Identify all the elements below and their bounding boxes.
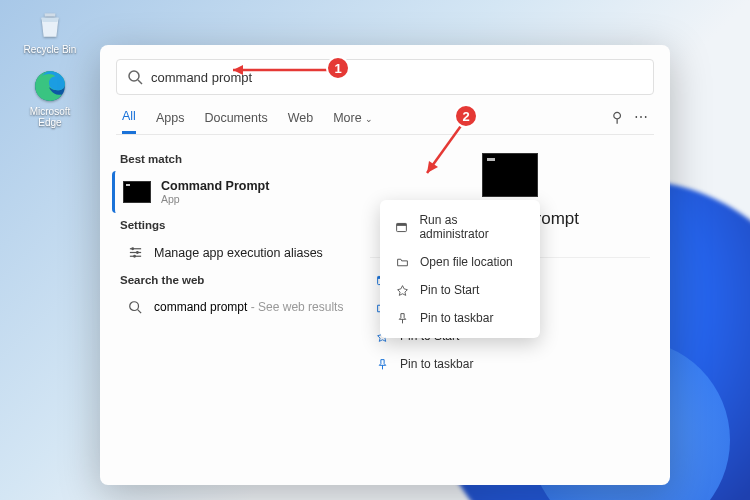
command-prompt-icon bbox=[123, 181, 151, 203]
settings-result-title: Manage app execution aliases bbox=[154, 246, 323, 260]
section-settings: Settings bbox=[120, 219, 350, 231]
context-menu: Run as administrator Open file location … bbox=[380, 200, 540, 338]
action-pin-to-taskbar[interactable]: Pin to taskbar bbox=[370, 350, 650, 378]
pin-icon bbox=[394, 284, 410, 297]
tab-documents[interactable]: Documents bbox=[204, 111, 267, 133]
pin-icon bbox=[394, 312, 410, 325]
ctx-open-file-location[interactable]: Open file location bbox=[384, 248, 536, 276]
search-icon bbox=[127, 69, 143, 85]
shield-icon bbox=[394, 221, 409, 234]
svg-rect-15 bbox=[397, 223, 407, 225]
annotation-badge-1: 1 bbox=[326, 56, 350, 80]
tab-web[interactable]: Web bbox=[288, 111, 313, 133]
command-prompt-icon-large bbox=[482, 153, 538, 197]
pin-icon bbox=[374, 358, 390, 371]
recycle-bin-label: Recycle Bin bbox=[18, 44, 82, 55]
tab-all[interactable]: All bbox=[122, 109, 136, 134]
ctx-run-as-admin[interactable]: Run as administrator bbox=[384, 206, 536, 248]
results-column: Best match Command Prompt App Settings M… bbox=[100, 135, 350, 485]
folder-icon bbox=[394, 256, 410, 269]
svg-marker-19 bbox=[427, 161, 438, 173]
svg-rect-0 bbox=[45, 13, 56, 16]
svg-point-2 bbox=[129, 71, 139, 81]
ctx-pin-to-taskbar[interactable]: Pin to taskbar bbox=[384, 304, 536, 332]
svg-line-11 bbox=[138, 310, 142, 314]
search-bar[interactable] bbox=[116, 59, 654, 95]
more-options-icon[interactable]: ⋯ bbox=[634, 109, 648, 125]
svg-point-7 bbox=[131, 247, 134, 250]
svg-point-10 bbox=[130, 302, 139, 311]
svg-point-9 bbox=[133, 255, 136, 258]
tab-apps[interactable]: Apps bbox=[156, 111, 185, 133]
edge-label: Microsoft Edge bbox=[18, 106, 82, 128]
section-best-match: Best match bbox=[120, 153, 350, 165]
settings-list-icon bbox=[126, 245, 144, 260]
result-title: Command Prompt bbox=[161, 179, 269, 193]
best-match-result[interactable]: Command Prompt App bbox=[112, 171, 350, 213]
result-subtitle: App bbox=[161, 193, 269, 205]
svg-marker-17 bbox=[233, 65, 243, 75]
annotation-badge-2: 2 bbox=[454, 104, 478, 128]
chevron-down-icon: ⌄ bbox=[365, 114, 373, 124]
web-result[interactable]: command prompt - See web results bbox=[120, 292, 350, 322]
share-icon[interactable]: ⚲ bbox=[612, 109, 622, 125]
section-search-web: Search the web bbox=[120, 274, 350, 286]
search-tabs: All Apps Documents Web More ⌄ ⚲ ⋯ bbox=[100, 95, 670, 134]
edge-desktop-icon[interactable]: Microsoft Edge bbox=[18, 68, 82, 128]
tab-more[interactable]: More ⌄ bbox=[333, 111, 373, 133]
windows-search-panel: All Apps Documents Web More ⌄ ⚲ ⋯ Best m… bbox=[100, 45, 670, 485]
web-result-suffix: - See web results bbox=[247, 300, 343, 314]
recycle-bin-desktop-icon[interactable]: Recycle Bin bbox=[18, 6, 82, 55]
ctx-pin-to-start[interactable]: Pin to Start bbox=[384, 276, 536, 304]
web-result-title: command prompt bbox=[154, 300, 247, 314]
svg-point-8 bbox=[135, 251, 138, 254]
search-icon bbox=[126, 300, 144, 314]
settings-result[interactable]: Manage app execution aliases bbox=[120, 237, 350, 268]
svg-line-3 bbox=[138, 80, 142, 84]
